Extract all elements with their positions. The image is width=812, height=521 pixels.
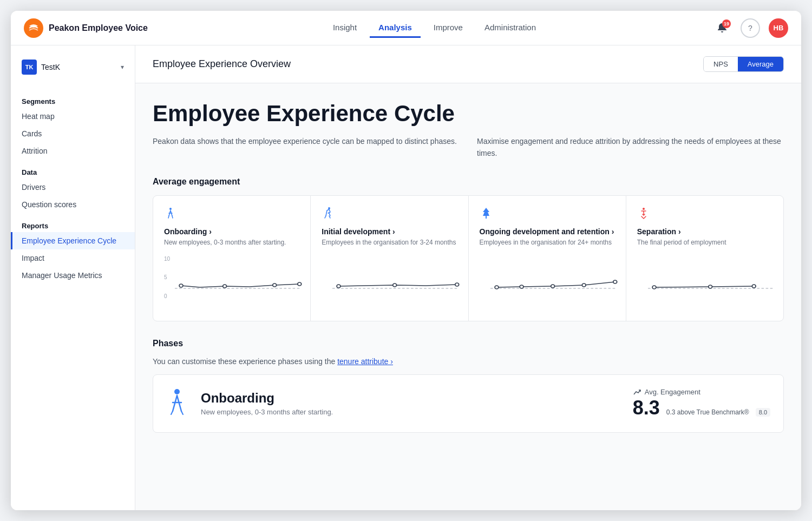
running-icon: [322, 207, 335, 220]
body: TK TestK ▾ Segments Heat map Cards Attri…: [11, 45, 801, 510]
phase-card-ongoing-development: Ongoing development and retention › Empl…: [469, 196, 626, 321]
ongoing-dev-phase-icon: [480, 207, 615, 223]
app-window: Peakon Employee Voice Insight Analysis I…: [11, 11, 801, 510]
main-content: Employee Experience Overview NPS Average…: [135, 45, 801, 510]
svg-point-10: [393, 283, 397, 287]
sidebar-item-manager-usage-metrics[interactable]: Manager Usage Metrics: [11, 267, 135, 284]
svg-point-1: [169, 208, 172, 210]
onboarding-large-icon: [166, 388, 188, 414]
initial-dev-phase-desc: Employees in the organisation for 3-24 m…: [322, 238, 457, 247]
sidebar-item-question-scores[interactable]: Question scores: [11, 196, 135, 213]
onboarding-phase-desc: New employees, 0-3 months after starting…: [164, 238, 299, 247]
app-name: Peakon Employee Voice: [49, 23, 148, 33]
phases-section-desc: You can customise these experience phase…: [153, 357, 784, 366]
ongoing-dev-phase-desc: Employees in the organisation for 24+ mo…: [480, 238, 615, 247]
description-col-2: Maximise engagement and reduce attrition…: [477, 135, 784, 160]
sidebar-user-avatar: TK: [22, 60, 37, 75]
onboarding-phase-icon: [164, 207, 299, 223]
tree-icon: [480, 207, 493, 220]
onboarding-card-icon: [166, 388, 188, 419]
nav-analysis[interactable]: Analysis: [370, 18, 421, 38]
onboarding-chart-svg: [175, 256, 299, 310]
onboarding-metrics: Avg. Engagement 8.3 0.3 above True Bench…: [633, 388, 770, 419]
ongoing-dev-chart: [480, 256, 615, 310]
ongoing-dev-chart-svg: [490, 256, 615, 310]
main-title: Employee Experience Overview: [153, 58, 291, 70]
onboarding-card-info: Onboarding New employees, 0-3 months aft…: [201, 391, 620, 416]
svg-point-14: [520, 285, 523, 288]
phase-card-onboarding: Onboarding › New employees, 0-3 months a…: [153, 196, 310, 321]
svg-point-17: [613, 280, 617, 283]
main-header: Employee Experience Overview NPS Average: [135, 45, 801, 83]
initial-dev-chart-svg: [332, 256, 457, 310]
nav-insight[interactable]: Insight: [324, 18, 365, 38]
separation-chart-svg: [648, 256, 772, 310]
user-avatar[interactable]: HB: [769, 18, 788, 38]
walking-icon: [164, 207, 177, 220]
notification-button[interactable]: 19: [712, 18, 732, 38]
svg-point-5: [273, 283, 277, 287]
page-heading: Employee Experience Cycle: [153, 101, 784, 127]
sidebar-item-employee-experience-cycle[interactable]: Employee Experience Cycle: [11, 232, 135, 249]
onboarding-card-title: Onboarding: [201, 391, 620, 406]
phases-section-title: Phases: [153, 339, 784, 348]
header-actions: 19 ? HB: [712, 18, 788, 38]
sidebar-section-reports: Reports: [11, 217, 135, 232]
nav-improve[interactable]: Improve: [425, 18, 472, 38]
svg-point-3: [179, 284, 183, 287]
notification-badge: 19: [722, 19, 731, 28]
description-row: Peakon data shows that the employee expe…: [153, 135, 784, 160]
onboarding-card-subtitle: New employees, 0-3 months after starting…: [201, 408, 620, 416]
peakon-logo: [24, 18, 43, 38]
sidebar-user-name: TestK: [41, 63, 116, 71]
view-toggle: NPS Average: [703, 56, 784, 72]
svg-point-16: [582, 283, 586, 287]
separation-phase-name[interactable]: Separation ›: [637, 227, 772, 236]
initial-dev-phase-icon: [322, 207, 457, 223]
avg-engagement-value: 8.3: [633, 397, 660, 419]
toggle-nps[interactable]: NPS: [704, 57, 738, 71]
svg-point-15: [551, 285, 554, 288]
svg-point-20: [652, 286, 656, 289]
trend-icon: [633, 388, 641, 397]
help-button[interactable]: ?: [741, 18, 760, 38]
ongoing-dev-phase-name[interactable]: Ongoing development and retention ›: [480, 227, 615, 236]
help-icon: ?: [748, 24, 752, 32]
svg-point-22: [752, 285, 756, 288]
tenure-attribute-link[interactable]: tenure attribute ›: [337, 357, 393, 366]
avg-engagement-label: Average engagement: [153, 177, 784, 187]
svg-point-21: [708, 285, 712, 288]
separation-phase-desc: The final period of employment: [637, 238, 772, 247]
onboarding-chart: 10 5 0: [164, 256, 299, 310]
separation-phase-icon: [637, 207, 772, 223]
description-col-1: Peakon data shows that the employee expe…: [153, 135, 460, 160]
initial-dev-phase-name[interactable]: Initial development ›: [322, 227, 457, 236]
separation-chart: [637, 256, 772, 310]
sidebar-item-drivers[interactable]: Drivers: [11, 179, 135, 196]
svg-point-6: [298, 282, 302, 286]
avg-engagement-sub: 0.3 above True Benchmark®: [666, 408, 749, 416]
svg-point-4: [223, 285, 227, 288]
nav-administration[interactable]: Administration: [476, 18, 545, 38]
sidebar-item-attrition[interactable]: Attrition: [11, 142, 135, 160]
phase-card-initial-development: Initial development › Employees in the o…: [311, 196, 468, 321]
user-selector[interactable]: TK TestK ▾: [11, 54, 135, 80]
phases-section: Phases You can customise these experienc…: [153, 339, 784, 433]
sidebar-item-impact[interactable]: Impact: [11, 249, 135, 267]
content-area: Employee Experience Cycle Peakon data sh…: [135, 83, 801, 450]
toggle-average[interactable]: Average: [738, 57, 783, 71]
sidebar-item-heat-map[interactable]: Heat map: [11, 108, 135, 125]
onboarding-chart-labels: 10 5 0: [164, 256, 170, 299]
svg-point-9: [337, 285, 340, 288]
avg-engagement-metric-label: Avg. Engagement: [633, 388, 770, 397]
logo-area: Peakon Employee Voice: [24, 18, 148, 38]
onboarding-metric-block: Avg. Engagement 8.3 0.3 above True Bench…: [633, 388, 770, 419]
chevron-down-icon: ▾: [121, 63, 124, 71]
onboarding-summary-card: Onboarding New employees, 0-3 months aft…: [153, 374, 784, 433]
sidebar-item-cards[interactable]: Cards: [11, 125, 135, 142]
onboarding-phase-name[interactable]: Onboarding ›: [164, 227, 299, 236]
benchmark-value: 8.0: [756, 408, 770, 417]
svg-point-18: [643, 208, 645, 210]
phase-card-separation: Separation › The final period of employm…: [626, 196, 783, 321]
sidebar-section-data: Data: [11, 164, 135, 179]
